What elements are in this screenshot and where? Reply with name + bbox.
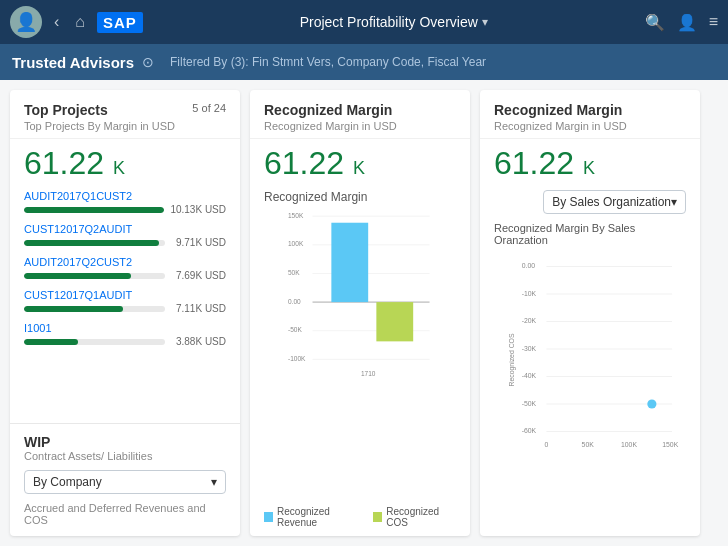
- org-dropdown-row: By Sales Organization ▾: [480, 182, 700, 222]
- accrued-label: Accrued and Deferred Revenues and COS: [24, 502, 226, 526]
- recognized-margin-card: Recognized Margin Recognized Margin in U…: [250, 90, 470, 536]
- svg-point-34: [647, 399, 656, 408]
- project-bar-fill: [24, 339, 78, 345]
- svg-text:100K: 100K: [621, 441, 637, 448]
- svg-text:0.00: 0.00: [522, 262, 536, 269]
- recognized-margin-header: Recognized Margin Recognized Margin in U…: [250, 90, 470, 139]
- menu-icon[interactable]: ≡: [709, 13, 718, 31]
- svg-rect-12: [331, 223, 368, 302]
- project-item: AUDIT2017Q2CUST2 7.69K USD: [24, 256, 226, 281]
- home-button[interactable]: ⌂: [71, 9, 89, 35]
- project-item: CUST12017Q2AUDIT 9.71K USD: [24, 223, 226, 248]
- sales-org-card: Recognized Margin Recognized Margin in U…: [480, 90, 700, 536]
- project-value: 10.13K USD: [170, 204, 226, 215]
- sales-org-title: Recognized Margin: [494, 102, 622, 118]
- wip-title: WIP: [24, 434, 226, 450]
- svg-text:100K: 100K: [288, 240, 304, 247]
- project-item: CUST12017Q1AUDIT 7.11K USD: [24, 289, 226, 314]
- sap-logo: SAP: [97, 12, 143, 33]
- header-icons: 🔍 👤 ≡: [645, 13, 718, 32]
- project-bar-fill: [24, 240, 159, 246]
- chart-legend: Recognized Revenue Recognized COS: [264, 506, 456, 528]
- svg-text:-10K: -10K: [522, 290, 537, 297]
- svg-text:Recognized COS: Recognized COS: [508, 333, 516, 386]
- wip-subtitle: Contract Assets/ Liabilities: [24, 450, 226, 462]
- project-bar-bg: [24, 207, 164, 213]
- project-bar-fill: [24, 306, 123, 312]
- main-content: Top Projects 5 of 24 Top Projects By Mar…: [0, 80, 728, 546]
- project-bar-fill: [24, 207, 164, 213]
- project-bar-bg: [24, 339, 165, 345]
- sub-header-status-icon[interactable]: ⊙: [142, 54, 154, 70]
- recognized-margin-subtitle: Recognized Margin in USD: [264, 120, 456, 132]
- sales-org-dropdown[interactable]: By Sales Organization ▾: [543, 190, 686, 214]
- sales-org-header: Recognized Margin Recognized Margin in U…: [480, 90, 700, 139]
- legend-cos-label: Recognized COS: [386, 506, 456, 528]
- sales-org-dropdown-chevron: ▾: [671, 195, 677, 209]
- sales-org-kpi: 61.22 K: [480, 145, 700, 182]
- user-settings-icon[interactable]: 👤: [677, 13, 697, 32]
- project-name[interactable]: I1001: [24, 322, 226, 334]
- project-bar-bg: [24, 240, 165, 246]
- top-projects-subtitle: Top Projects By Margin in USD: [24, 120, 226, 132]
- legend-cos: Recognized COS: [373, 506, 456, 528]
- chart-title: Recognized Margin: [264, 190, 456, 204]
- svg-text:150K: 150K: [288, 212, 304, 219]
- svg-text:150K: 150K: [662, 441, 678, 448]
- project-bar-bg: [24, 273, 165, 279]
- sales-org-subtitle: Recognized Margin in USD: [494, 120, 686, 132]
- page-title: Project Profitability Overview ▾: [151, 14, 637, 30]
- project-value: 9.71K USD: [171, 237, 226, 248]
- project-item: I1001 3.88K USD: [24, 322, 226, 347]
- scatter-title: Recognized Margin By Sales Oranzation: [480, 222, 700, 250]
- legend-cos-color: [373, 512, 382, 522]
- project-bar-fill: [24, 273, 131, 279]
- project-item: AUDIT2017Q1CUST2 10.13K USD: [24, 190, 226, 215]
- back-button[interactable]: ‹: [50, 9, 63, 35]
- project-list: AUDIT2017Q1CUST2 10.13K USD CUST12017Q2A…: [10, 182, 240, 423]
- project-name[interactable]: AUDIT2017Q1CUST2: [24, 190, 226, 202]
- title-dropdown-icon[interactable]: ▾: [482, 15, 488, 29]
- top-projects-card: Top Projects 5 of 24 Top Projects By Mar…: [10, 90, 240, 536]
- project-name[interactable]: CUST12017Q1AUDIT: [24, 289, 226, 301]
- svg-text:0: 0: [545, 441, 549, 448]
- recognized-margin-title: Recognized Margin: [264, 102, 392, 118]
- legend-revenue-label: Recognized Revenue: [277, 506, 363, 528]
- svg-text:-50K: -50K: [522, 400, 537, 407]
- bar-chart-svg: 150K 100K 50K 0.00 -50K -100K: [264, 208, 456, 388]
- trusted-advisors-label: Trusted Advisors: [12, 54, 134, 71]
- svg-text:-30K: -30K: [522, 345, 537, 352]
- recognized-margin-kpi: 61.22 K: [250, 145, 470, 182]
- dropdown-chevron-icon: ▾: [211, 475, 217, 489]
- project-value: 3.88K USD: [171, 336, 226, 347]
- top-projects-kpi: 61.22 K: [10, 145, 240, 182]
- filter-text: Filtered By (3): Fin Stmnt Vers, Company…: [170, 55, 486, 69]
- app-header: 👤 ‹ ⌂ SAP Project Profitability Overview…: [0, 0, 728, 44]
- legend-revenue: Recognized Revenue: [264, 506, 363, 528]
- svg-text:50K: 50K: [582, 441, 595, 448]
- scatter-chart-area: Recognized COS 0.00 -10K -20K -30K -40K …: [480, 250, 700, 536]
- svg-text:-20K: -20K: [522, 317, 537, 324]
- top-projects-count: 5 of 24: [192, 102, 226, 114]
- project-value: 7.69K USD: [171, 270, 226, 281]
- svg-text:1710: 1710: [361, 370, 376, 377]
- bar-chart: 150K 100K 50K 0.00 -50K -100K: [264, 208, 456, 500]
- top-projects-title: Top Projects: [24, 102, 108, 118]
- project-name[interactable]: AUDIT2017Q2CUST2: [24, 256, 226, 268]
- legend-revenue-color: [264, 512, 273, 522]
- svg-text:-40K: -40K: [522, 372, 537, 379]
- search-icon[interactable]: 🔍: [645, 13, 665, 32]
- bar-chart-area: Recognized Margin 150K 100K 50K 0.00 -50…: [250, 182, 470, 536]
- avatar[interactable]: 👤: [10, 6, 42, 38]
- top-projects-header: Top Projects 5 of 24 Top Projects By Mar…: [10, 90, 240, 139]
- sub-header: Trusted Advisors ⊙ Filtered By (3): Fin …: [0, 44, 728, 80]
- svg-text:-50K: -50K: [288, 326, 302, 333]
- scatter-chart-svg: Recognized COS 0.00 -10K -20K -30K -40K …: [488, 250, 692, 470]
- svg-text:-100K: -100K: [288, 355, 306, 362]
- svg-text:0.00: 0.00: [288, 298, 301, 305]
- svg-text:-60K: -60K: [522, 427, 537, 434]
- project-name[interactable]: CUST12017Q2AUDIT: [24, 223, 226, 235]
- svg-rect-13: [376, 302, 413, 341]
- wip-section: WIP Contract Assets/ Liabilities By Comp…: [10, 423, 240, 536]
- by-company-dropdown[interactable]: By Company ▾: [24, 470, 226, 494]
